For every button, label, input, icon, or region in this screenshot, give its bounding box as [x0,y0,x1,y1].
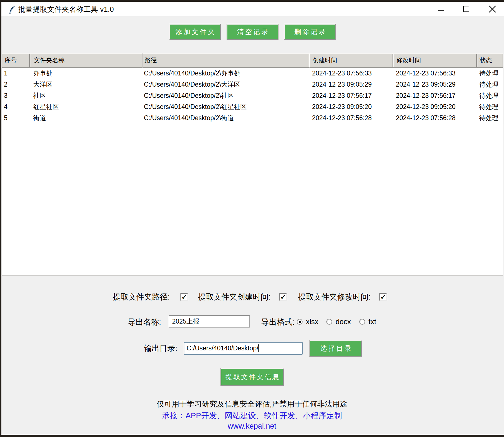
format-radio-xlsx-label[interactable]: xlsx [306,317,318,326]
minimize-button[interactable] [431,2,451,16]
window-frame-bottom [0,435,504,437]
clear-records-button[interactable]: 清空记录 [227,24,278,40]
cell-modified: 2024-12-23 07:56:33 [393,68,477,79]
extract-created-label: 提取文件夹创建时间: [198,292,271,302]
cell-status: 待处理 [477,68,503,79]
cell-created: 2024-12-23 07:56:28 [309,112,393,124]
cell-name: 街道 [30,112,142,124]
output-dir-input[interactable]: C:/Users/40140/Desktop/ [184,342,303,355]
cell-created: 2024-12-23 09:05:20 [309,101,393,112]
cell-index: 4 [2,101,30,112]
format-radio-docx[interactable] [326,319,332,325]
cell-path: C:/Users/40140/Desktop/2\办事处 [142,68,309,79]
folder-table: 序号 文件夹名称 路径 创建时间 修改时间 状态 1 办事处 C:/Users/… [2,53,503,276]
cell-modified: 2024-12-23 07:56:17 [393,90,477,101]
cell-index: 1 [2,68,30,79]
column-header-status[interactable]: 状态 [477,53,503,68]
cell-status: 待处理 [477,79,503,90]
extract-modified-label: 提取文件夹修改时间: [298,292,371,302]
output-dir-label: 输出目录: [144,343,177,354]
format-radio-txt[interactable] [359,319,365,325]
cell-name: 大洋区 [30,79,142,90]
choose-directory-button[interactable]: 选择目录 [310,340,362,357]
cell-index: 3 [2,90,30,101]
title-bar: 批量提取文件夹名称工具 v1.0 [1,2,504,16]
minimize-icon [438,10,444,11]
extract-created-checkbox[interactable]: ✓ [279,293,287,301]
website-link[interactable]: www.kepai.net [0,422,504,431]
column-header-modified[interactable]: 修改时间 [393,53,477,68]
cell-index: 2 [2,79,30,90]
cell-status: 待处理 [477,90,503,101]
table-row[interactable]: 2 大洋区 C:/Users/40140/Desktop/2\大洋区 2024-… [2,79,503,90]
cell-modified: 2024-12-23 07:56:28 [393,112,477,124]
column-header-path[interactable]: 路径 [142,53,309,68]
format-radio-txt-label[interactable]: txt [369,317,376,326]
close-button[interactable] [482,2,502,16]
format-radio-xlsx[interactable] [297,319,303,325]
export-name-label: 导出名称: [128,317,161,327]
add-folder-button[interactable]: 添加文件夹 [169,24,221,40]
cell-index: 5 [2,112,30,124]
window-frame-top [0,0,504,2]
column-header-index[interactable]: 序号 [2,53,30,68]
cell-path: C:/Users/40140/Desktop/2\大洋区 [142,79,309,90]
table-row[interactable]: 1 办事处 C:/Users/40140/Desktop/2\办事处 2024-… [2,68,503,79]
export-name-input[interactable] [169,315,250,327]
delete-records-button[interactable]: 删除记录 [284,24,336,40]
text-cursor [258,344,259,352]
extract-path-label: 提取文件夹路径: [113,292,170,302]
cell-modified: 2024-12-23 09:05:29 [393,79,477,90]
column-header-created[interactable]: 创建时间 [309,53,393,68]
window-title: 批量提取文件夹名称工具 v1.0 [18,2,114,16]
extract-modified-checkbox[interactable]: ✓ [379,293,387,301]
column-header-name[interactable]: 文件夹名称 [30,53,142,68]
cell-path: C:/Users/40140/Desktop/2\红星社区 [142,101,309,112]
table-row[interactable]: 5 街道 C:/Users/40140/Desktop/2\街道 2024-12… [2,112,503,124]
table-row[interactable]: 4 红星社区 C:/Users/40140/Desktop/2\红星社区 202… [2,101,503,112]
cell-name: 社区 [30,90,142,101]
python-feather-icon [9,6,16,14]
window-frame-left [0,0,1,437]
cell-path: C:/Users/40140/Desktop/2\街道 [142,112,309,124]
maximize-icon [463,6,469,12]
cell-name: 红星社区 [30,101,142,112]
close-icon [489,5,496,13]
cell-path: C:/Users/40140/Desktop/2\社区 [142,90,309,101]
format-radio-docx-label[interactable]: docx [336,317,351,326]
extract-folder-info-button[interactable]: 提取文件夹信息 [221,368,284,386]
cell-created: 2024-12-23 09:05:29 [309,79,393,90]
output-dir-value: C:/Users/40140/Desktop/ [187,345,258,352]
cell-status: 待处理 [477,112,503,124]
services-link[interactable]: 承接：APP开发、网站建设、软件开发、小程序定制 [0,410,504,421]
maximize-button[interactable] [457,2,476,16]
table-row[interactable]: 3 社区 C:/Users/40140/Desktop/2\社区 2024-12… [2,90,503,101]
cell-modified: 2024-12-23 09:05:20 [393,101,477,112]
export-format-label: 导出格式: [261,317,295,327]
cell-created: 2024-12-23 07:56:17 [309,90,393,101]
cell-name: 办事处 [30,68,142,79]
disclaimer-text: 仅可用于学习研究及信息安全评估,严禁用于任何非法用途 [0,399,504,409]
extract-path-checkbox[interactable]: ✓ [180,293,188,301]
cell-created: 2024-12-23 07:56:33 [309,68,393,79]
cell-status: 待处理 [477,101,503,112]
